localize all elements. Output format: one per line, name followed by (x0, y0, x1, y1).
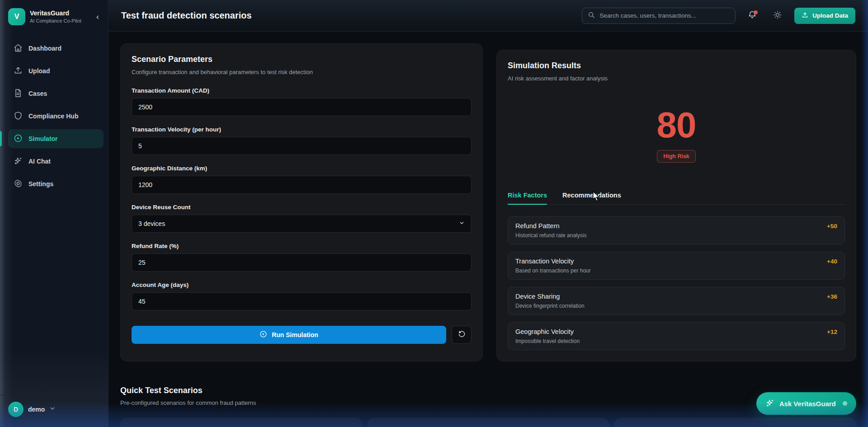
sidebar-item-settings[interactable]: Settings (8, 174, 104, 193)
field-label: Account Age (days) (132, 282, 472, 288)
field-transaction-amount: Transaction Amount (CAD) (132, 87, 472, 116)
upload-data-label: Upload Data (812, 12, 848, 19)
ask-veritasguard-label: Ask VeritasGuard (779, 400, 836, 408)
sidebar-item-simulator[interactable]: Simulator (8, 129, 104, 148)
play-circle-icon (259, 330, 267, 339)
factor-description: Device fingerprint correlation (515, 303, 837, 309)
upload-icon (802, 12, 808, 20)
quick-scenario-normal-transaction[interactable]: Normal Transaction Low-risk baseline sce… (120, 418, 362, 427)
ask-veritasguard-button[interactable]: Ask VeritasGuard (756, 392, 856, 415)
reset-button[interactable] (452, 326, 472, 344)
main-area: Test fraud detection scenarios Upload Da… (108, 0, 868, 427)
sidebar-nav: Dashboard Upload Cases Compliance Hub Si… (0, 39, 108, 193)
refund-rate-input[interactable] (132, 253, 472, 272)
page-title: Test fraud detection scenarios (121, 10, 574, 21)
device-reuse-select[interactable]: 3 devices (132, 215, 472, 233)
sidebar-item-cases[interactable]: Cases (8, 84, 104, 103)
factor-name: Refund Pattern (515, 222, 560, 230)
risk-factor-row: Geographic Velocity +12 Impossible trave… (508, 322, 845, 350)
account-age-input[interactable] (132, 292, 472, 310)
reset-icon (458, 330, 466, 339)
results-tabs: Risk Factors Recommendations (508, 192, 845, 205)
content: Scenario Parameters Configure transactio… (108, 32, 868, 427)
notification-badge (754, 10, 758, 14)
sidebar-item-label: Upload (28, 67, 50, 75)
results-subtitle: AI risk assessment and factor analysis (508, 75, 845, 82)
field-refund-rate: Refund Rate (%) (132, 243, 472, 272)
risk-factors-list: Refund Pattern +50 Historical refund rat… (508, 216, 845, 350)
quick-scenario-organized-fraud[interactable]: Organized Fraud High-velocity, multi-dev… (368, 418, 609, 427)
assistant-status-dot (843, 401, 847, 406)
field-account-age: Account Age (days) (132, 282, 472, 310)
scenario-subtitle: Configure transaction and behavioral par… (132, 69, 472, 75)
tab-risk-factors[interactable]: Risk Factors (508, 192, 547, 204)
factor-name: Transaction Velocity (515, 258, 574, 265)
transaction-amount-input[interactable] (132, 98, 472, 116)
avatar: D (8, 402, 24, 417)
sidebar-item-compliance-hub[interactable]: Compliance Hub (8, 107, 104, 126)
results-title: Simulation Results (508, 61, 845, 70)
user-menu[interactable]: D demo (0, 395, 108, 427)
upload-icon (14, 66, 23, 76)
sidebar-item-label: Simulator (28, 135, 58, 142)
sidebar: V VeritasGuard AI Compliance Co-Pilot ‹ … (0, 0, 108, 427)
scenario-title: Scenario Parameters (132, 55, 472, 64)
gear-icon (14, 179, 23, 189)
field-label: Transaction Amount (CAD) (132, 87, 472, 94)
factor-name: Device Sharing (515, 293, 560, 300)
top-header: Test fraud detection scenarios Upload Da… (108, 0, 868, 32)
theme-toggle-button[interactable] (769, 7, 786, 24)
simulation-results-card: Simulation Results AI risk assessment an… (496, 50, 856, 361)
risk-score-display: 80 High Risk (508, 107, 845, 163)
sun-icon (773, 10, 782, 21)
factor-description: Based on transactions per hour (515, 267, 837, 274)
quick-scenarios-subtitle: Pre-configured scenarios for common frau… (120, 399, 856, 406)
factor-value: +12 (827, 328, 837, 335)
factor-description: Historical refund rate analysis (515, 232, 837, 239)
risk-level-badge: High Risk (657, 150, 696, 163)
chevron-down-icon (49, 405, 56, 413)
search-icon (588, 11, 595, 20)
sidebar-item-label: Settings (28, 180, 53, 188)
factor-value: +50 (827, 223, 837, 230)
field-label: Refund Rate (%) (132, 243, 472, 249)
upload-data-button[interactable]: Upload Data (794, 8, 855, 24)
field-geographic-distance: Geographic Distance (km) (132, 165, 472, 194)
field-device-reuse-count: Device Reuse Count 3 devices (132, 204, 472, 233)
sidebar-item-label: Compliance Hub (28, 113, 78, 120)
run-simulation-button[interactable]: Run Simulation (132, 326, 446, 344)
geographic-distance-input[interactable] (132, 176, 472, 194)
app-name: VeritasGuard (30, 9, 81, 18)
tab-recommendations[interactable]: Recommendations (562, 192, 621, 204)
risk-factor-row: Device Sharing +36 Device fingerprint co… (508, 287, 845, 315)
sparkles-icon (14, 156, 23, 167)
sidebar-item-upload[interactable]: Upload (8, 61, 104, 80)
factor-description: Impossible travel detection (515, 338, 837, 344)
sidebar-item-label: AI Chat (28, 158, 51, 165)
shield-icon (14, 111, 23, 122)
app-logo: V (8, 8, 25, 25)
chevron-down-icon (459, 220, 465, 227)
quick-test-scenarios-section: Quick Test Scenarios Pre-configured scen… (120, 386, 856, 427)
run-simulation-label: Run Simulation (272, 331, 318, 338)
app-logo-letter: V (14, 13, 19, 21)
risk-score-value: 80 (508, 107, 845, 143)
risk-factor-row: Refund Pattern +50 Historical refund rat… (508, 216, 845, 244)
sidebar-item-label: Cases (28, 90, 47, 97)
factor-value: +40 (827, 258, 837, 265)
search-input[interactable] (599, 12, 730, 19)
sidebar-item-ai-chat[interactable]: AI Chat (8, 152, 104, 171)
quick-scenario-refund-abuse[interactable]: Refund Abuse High refund rate pattern. (614, 418, 856, 427)
transaction-velocity-input[interactable] (132, 137, 472, 155)
sidebar-item-dashboard[interactable]: Dashboard (8, 39, 104, 58)
notifications-button[interactable] (744, 7, 761, 24)
sparkles-icon (765, 399, 774, 409)
factor-name: Geographic Velocity (515, 328, 574, 335)
sidebar-collapse-button[interactable]: ‹ (94, 12, 102, 22)
home-icon (14, 43, 23, 54)
app-tagline: AI Compliance Co-Pilot (30, 18, 81, 24)
scenario-parameters-card: Scenario Parameters Configure transactio… (120, 43, 483, 361)
quick-scenarios-title: Quick Test Scenarios (120, 386, 856, 395)
field-transaction-velocity: Transaction Velocity (per hour) (132, 126, 472, 155)
field-label: Device Reuse Count (132, 204, 472, 211)
